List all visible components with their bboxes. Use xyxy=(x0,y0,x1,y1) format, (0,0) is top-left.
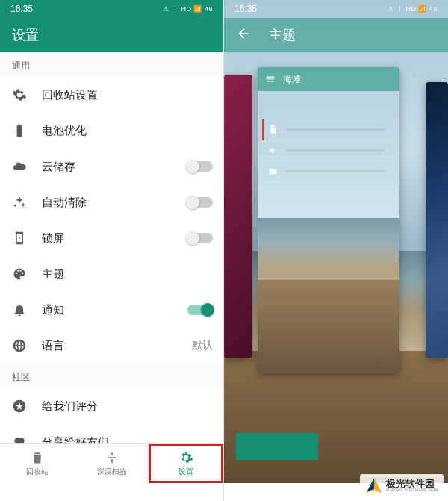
item-lock[interactable]: 锁屏 xyxy=(0,220,223,256)
nav-scan[interactable]: 深度扫描 xyxy=(75,444,149,483)
status-indicators: ⚠ ⋮ HD 📶 46 xyxy=(163,5,213,13)
item-cloud[interactable]: 云储存 xyxy=(0,149,223,184)
item-theme[interactable]: 主题 xyxy=(0,256,223,292)
status-time: 16:35 xyxy=(10,4,33,14)
preview-list xyxy=(262,119,395,182)
nav-label: 回收站 xyxy=(26,467,49,477)
header-title: 设置 xyxy=(12,26,39,44)
settings-header: 设置 xyxy=(0,18,223,52)
globe-icon xyxy=(10,337,28,355)
label: 回收站设置 xyxy=(42,88,213,102)
list-item xyxy=(262,140,395,161)
item-notify[interactable]: 通知 xyxy=(0,292,223,328)
nav-label: 设置 xyxy=(178,467,193,477)
label: 给我们评分 xyxy=(42,399,213,414)
status-bar-left: 16:35 ⚠ ⋮ HD 📶 46 xyxy=(0,0,223,18)
theme-name: 海滩 xyxy=(283,73,301,86)
notify-toggle[interactable] xyxy=(187,305,213,315)
item-language[interactable]: 语言 默认 xyxy=(0,328,223,364)
watermark-text-cn: 极光软件园 xyxy=(386,479,439,489)
label: 通知 xyxy=(42,303,187,317)
theme-preview-body xyxy=(258,91,399,373)
theme-card-next[interactable] xyxy=(426,82,448,358)
bottom-nav: 回收站 深度扫描 设置 xyxy=(0,443,223,483)
back-icon[interactable] xyxy=(236,26,251,45)
apply-button[interactable] xyxy=(236,433,318,460)
star-icon xyxy=(10,397,28,415)
bell-icon xyxy=(10,301,28,319)
nav-settings[interactable]: 设置 xyxy=(149,444,223,483)
lock-icon xyxy=(10,229,28,247)
status-indicators: ⚠ ⋮ HD 📶 46 xyxy=(388,5,438,13)
theme-header: 主题 xyxy=(224,18,448,52)
folder-icon xyxy=(268,167,278,176)
aurora-logo-icon xyxy=(364,476,384,495)
header-title: 主题 xyxy=(269,26,296,44)
item-auto-clean[interactable]: 自动清除 xyxy=(0,184,223,220)
theme-card-prev[interactable] xyxy=(224,75,252,358)
item-recycle-settings[interactable]: 回收站设置 xyxy=(0,77,223,113)
nav-recycle[interactable]: 回收站 xyxy=(0,444,75,483)
theme-carousel[interactable]: 海滩 xyxy=(224,60,448,441)
scan-icon xyxy=(105,450,119,465)
theme-screen: 16:35 ⚠ ⋮ HD 📶 46 主题 海滩 xyxy=(224,0,448,501)
label: 主题 xyxy=(42,267,213,281)
label: 云储存 xyxy=(42,160,187,174)
label: 锁屏 xyxy=(42,231,187,246)
watermark: 极光软件园 AURORA SOFTWARE PARK xyxy=(360,474,444,497)
list-item xyxy=(262,161,395,182)
status-bar-right: 16:35 ⚠ ⋮ HD 📶 46 xyxy=(224,0,448,18)
section-community: 社区 xyxy=(0,364,223,388)
gear-icon xyxy=(178,450,193,465)
palette-icon xyxy=(10,265,28,283)
item-rate[interactable]: 给我们评分 xyxy=(0,388,223,424)
label: 电池优化 xyxy=(42,124,213,138)
trash-icon xyxy=(30,450,45,465)
auto-clean-toggle[interactable] xyxy=(187,197,213,208)
file-icon xyxy=(268,125,278,134)
cloud-toggle[interactable] xyxy=(187,161,213,172)
settings-list[interactable]: 通用 回收站设置 电池优化 云储存 自动清除 锁屏 xyxy=(0,52,223,458)
theme-preview-header: 海滩 xyxy=(258,67,399,91)
language-value: 默认 xyxy=(192,339,213,352)
sparkle-icon xyxy=(10,193,28,211)
gear-icon xyxy=(10,86,28,104)
status-time: 16:35 xyxy=(234,4,257,14)
lock-toggle[interactable] xyxy=(187,233,213,243)
cloud-icon xyxy=(10,158,28,175)
section-general: 通用 xyxy=(0,52,223,77)
item-battery[interactable]: 电池优化 xyxy=(0,113,223,149)
sound-icon xyxy=(268,146,278,155)
settings-screen: 16:35 ⚠ ⋮ HD 📶 46 设置 通用 回收站设置 电池优化 云储存 xyxy=(0,0,224,501)
nav-label: 深度扫描 xyxy=(97,467,127,477)
list-item xyxy=(262,119,395,140)
menu-icon xyxy=(265,74,276,84)
label: 自动清除 xyxy=(42,196,187,210)
watermark-text-en: AURORA SOFTWARE PARK xyxy=(386,488,439,492)
label: 语言 xyxy=(42,339,186,353)
theme-card-current[interactable]: 海滩 xyxy=(258,67,399,373)
battery-icon xyxy=(10,122,28,140)
